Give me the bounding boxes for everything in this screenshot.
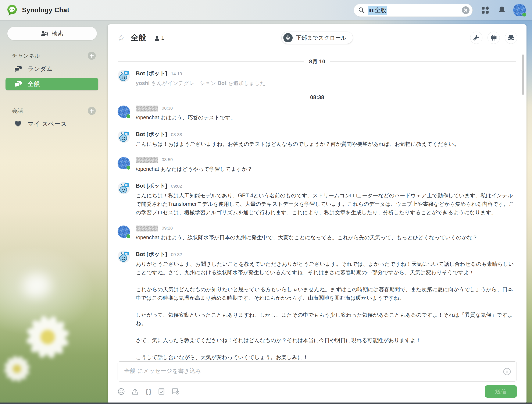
code-snippet-icon[interactable]: { }: [146, 388, 151, 395]
online-status-dot: [127, 166, 130, 170]
scroll-to-bottom-button[interactable]: 下部までスクロール: [281, 32, 353, 44]
search-icon: [358, 7, 365, 13]
date-divider: 8月 10: [118, 58, 517, 65]
message-row: 08:38 /openchat おはよう、応答のテストです。: [118, 106, 517, 122]
search-people-icon: [41, 30, 48, 37]
message-text: /openchat あなたはどうやって学習してますか？: [136, 165, 517, 173]
svg-text:Hi!: Hi!: [125, 184, 128, 186]
sender-name: Bot [ボット]: [136, 250, 167, 258]
message-list: 8月 10 Hi! Bot [ボット] 14:19 yoshi さんがインテグレ…: [108, 51, 526, 360]
close-icon: [462, 6, 469, 14]
message-time: 09:28: [162, 225, 173, 231]
time-divider: 08:38: [118, 94, 517, 101]
online-status-dot: [127, 234, 130, 238]
upload-icon[interactable]: [132, 388, 139, 395]
message-time: 09:02: [171, 184, 182, 189]
channels-section-header: チャンネル: [0, 52, 104, 60]
online-status-dot: [522, 13, 526, 17]
message-row: Hi! Bot [ボット] 08:38 こんにちは！おはようございますね。お答え…: [118, 131, 517, 148]
member-icon: [154, 35, 160, 41]
chat-panel: ☆ 全般 1 下部までスクロール: [108, 24, 526, 403]
emoji-icon[interactable]: [118, 388, 125, 395]
message-text: /openchat おはよう、線状降水帯が日本の九州に発生中で、大変なことになっ…: [136, 233, 517, 242]
wrench-icon: [473, 34, 480, 41]
user-avatar: [118, 106, 130, 118]
online-status-dot: [127, 114, 130, 118]
arrow-down-circle-icon: [283, 33, 293, 42]
add-conversation-button[interactable]: [88, 107, 96, 115]
conversation-label: マイ スペース: [28, 120, 67, 128]
global-search-input[interactable]: in:全般: [354, 4, 473, 17]
channel-actions: [470, 32, 517, 44]
inbox-button[interactable]: [505, 32, 517, 44]
message-time: 08:38: [171, 132, 182, 137]
sender-name: Bot [ボット]: [136, 131, 167, 138]
sidebar-item-general-channel[interactable]: 全般: [6, 78, 98, 90]
message-time: 14:19: [171, 71, 182, 76]
send-button[interactable]: 送信: [485, 385, 517, 398]
info-icon[interactable]: [503, 367, 511, 376]
sender-name: Bot [ボット]: [136, 182, 167, 190]
notifications-button[interactable]: [498, 6, 506, 15]
message-input-placeholder: 全般 にメッセージを書き込み: [124, 367, 201, 375]
favorite-star-icon[interactable]: ☆: [117, 33, 125, 42]
system-message-text: yoshi さんがインテグレーション Bot を追加しました: [136, 79, 517, 87]
bot-avatar: Hi!: [118, 131, 130, 143]
sidebar-search-label: 検索: [52, 29, 63, 38]
member-count: 1: [161, 35, 165, 41]
message-input[interactable]: 全般 にメッセージを書き込み: [118, 361, 517, 382]
search-query-text: in:全般: [368, 6, 387, 15]
member-count-button[interactable]: 1: [154, 35, 165, 41]
heart-icon: [14, 121, 22, 127]
add-channel-button[interactable]: [88, 52, 96, 60]
svg-text:Hi!: Hi!: [125, 72, 128, 74]
message-row: Hi! Bot [ボット] 09:32 ありがとうございます、お聞きしたいことを…: [118, 250, 517, 360]
conversations-label: 会話: [12, 107, 23, 115]
window-bottom-edge: [0, 403, 532, 404]
channel-bubbles-icon: [14, 81, 22, 88]
channel-bubbles-icon: [14, 65, 22, 72]
message-scrollbar[interactable]: [522, 54, 524, 95]
channel-label: ランダム: [28, 65, 53, 73]
scheduled-message-icon[interactable]: [172, 388, 179, 395]
sidebar-item-my-space[interactable]: マイ スペース: [6, 118, 98, 130]
message-row: 08:59 /openchat あなたはどうやって学習してますか？: [118, 157, 517, 173]
app-title: Synology Chat: [22, 6, 70, 14]
censored-username: [136, 106, 158, 111]
message-time: 09:32: [171, 252, 182, 257]
inbox-tray-icon: [508, 34, 514, 41]
message-text: こんにちは！おはようございますね。お答えのテストはどんなものでしょうか？何か質問…: [136, 140, 517, 148]
time-divider-label: 08:38: [305, 94, 329, 101]
conversations-section-header: 会話: [0, 107, 104, 115]
channel-settings-button[interactable]: [470, 32, 482, 44]
clear-search-button[interactable]: [462, 6, 469, 14]
channels-label: チャンネル: [12, 52, 40, 60]
message-row: Hi! Bot [ボット] 09:02 こんにちは！私は人工知能モデルであり、G…: [118, 182, 517, 217]
user-avatar: [118, 157, 130, 169]
sidebar-item-random-channel[interactable]: ランダム: [6, 63, 98, 75]
app-header: Synology Chat in:全般: [0, 0, 532, 20]
channel-header: ☆ 全般 1 下部までスクロール: [108, 24, 526, 51]
user-profile-avatar[interactable]: [513, 4, 526, 16]
pinned-board-button[interactable]: [488, 32, 500, 44]
date-divider-label: 8月 10: [304, 58, 330, 65]
channel-title: 全般: [131, 32, 146, 43]
sender-name: Bot [ボット]: [136, 70, 167, 77]
svg-text:Hi!: Hi!: [125, 252, 128, 255]
app-launcher-button[interactable]: [481, 6, 490, 15]
bulletin-board-icon: [490, 34, 497, 41]
message-text: ありがとうございます、お聞きしたいことを教えていただきありがとうございます。それ…: [136, 260, 517, 360]
message-time: 08:59: [162, 157, 173, 162]
bot-avatar: Hi!: [118, 182, 130, 194]
channel-label: 全般: [28, 80, 40, 88]
svg-text:Hi!: Hi!: [125, 133, 128, 135]
scroll-to-bottom-label: 下部までスクロール: [296, 34, 346, 42]
censored-username: [136, 225, 158, 231]
message-text: こんにちは！私は人工知能モデルであり、GPT-4という名前のものです。ストリーム…: [136, 191, 517, 217]
message-text: /openchat おはよう、応答のテストです。: [136, 113, 517, 122]
message-composer: 全般 にメッセージを書き込み: [108, 360, 526, 403]
tasks-icon[interactable]: [158, 388, 165, 395]
synology-chat-logo: [6, 4, 18, 16]
sidebar-search-button[interactable]: 検索: [7, 27, 97, 40]
bell-icon: [498, 6, 506, 15]
